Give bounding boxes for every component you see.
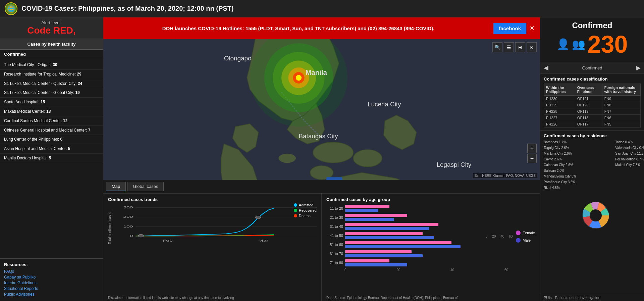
facility-item: Santa Ana Hospital: 15 (0, 98, 103, 107)
facility-item: St. Luke's Medical Center - Quezon City:… (0, 79, 103, 89)
residence-section: Confirmed cases by residence Batangas 1.… (540, 131, 644, 294)
map-list-button[interactable]: ☰ (504, 42, 514, 52)
residence-label-left: Caloocan City 2.6% (544, 163, 576, 167)
svg-point-51 (256, 216, 261, 219)
residence-label-left: Batangas 1.7% (544, 140, 576, 144)
table-row[interactable]: PH226OF117FN5 (544, 121, 641, 128)
map-search-button[interactable]: 🔍 (492, 42, 502, 52)
of-cell[interactable]: OF121 (575, 96, 602, 102)
app-logo: 🌐 (5, 2, 17, 15)
male-bar (345, 245, 461, 248)
trend-chart-title: Confirmed cases trends (108, 197, 317, 202)
map-layers-button[interactable]: ⊞ (515, 42, 525, 52)
age-bar-wrap (345, 223, 478, 230)
nav-prev-button[interactable]: ◀ (544, 64, 548, 71)
female-legend: Female (516, 231, 535, 235)
zoom-out-button[interactable]: − (527, 154, 537, 163)
male-bar (345, 263, 407, 266)
age-legend: Female Male (516, 205, 535, 268)
resources-section: Resources: FAQsGabay sa PublikoInterim G… (0, 258, 103, 301)
ph-cell[interactable]: PH229 (544, 102, 575, 108)
age-label: 61 to 70 (326, 252, 343, 256)
tab-global-cases[interactable]: Global cases (127, 182, 164, 191)
zoom-in-button[interactable]: + (527, 144, 537, 153)
fn-cell[interactable]: FN5 (602, 121, 640, 128)
ph-cell[interactable]: PH230 (544, 96, 575, 102)
residence-labels-left: Batangas 1.7%Taguig City 2.6%Marikina Ci… (544, 140, 576, 290)
notification-close-icon[interactable]: ✕ (530, 24, 535, 32)
fn-cell[interactable]: FN9 (602, 96, 640, 102)
age-row: 11 to 20 (326, 205, 478, 212)
residence-pie-chart (579, 199, 612, 232)
svg-text:300: 300 (123, 205, 133, 209)
of-cell[interactable]: OF120 (575, 102, 602, 108)
notification-bar: DOH launches COVID-19 Hotlines: 1555 (PL… (103, 17, 540, 39)
resource-link[interactable]: Gabay sa Publiko (4, 275, 99, 280)
svg-text:Feb: Feb (163, 239, 173, 242)
age-bar-wrap (345, 250, 478, 257)
confirmed-label-sidebar: Confirmed (0, 50, 103, 59)
male-label: Male (523, 238, 531, 242)
of-cell[interactable]: OF118 (575, 115, 602, 121)
female-bar (345, 205, 389, 208)
facility-item: Research Institute for Tropical Medicine… (0, 70, 103, 79)
ph-cell[interactable]: PH227 (544, 115, 575, 121)
map-container: Tarlac Angeles City Olongapo Manila Luce… (103, 39, 540, 180)
fn-cell[interactable]: FN8 (602, 102, 640, 108)
resource-link[interactable]: FAQs (4, 269, 99, 274)
female-bar (345, 214, 407, 217)
map-attribution: Esri, HERE, Garmin, FAO, NOAA, USGS (473, 173, 537, 178)
female-bar (345, 223, 438, 226)
map-qr-button[interactable]: ⊠ (527, 42, 537, 52)
resource-link[interactable]: Public Advisories (4, 292, 99, 297)
trend-chart-svg: 300 200 100 0 Feb Mar (114, 205, 317, 245)
fn-cell[interactable]: FN7 (602, 108, 640, 115)
col-header-ph: Within the Philippines (544, 84, 575, 96)
alert-value: Code RED, (4, 25, 99, 36)
residence-label-left: Parañaque City 3.5% (544, 180, 576, 184)
bottom-charts: Confirmed cases trends Total confirmed c… (103, 194, 540, 301)
facebook-button[interactable]: facebook (493, 23, 526, 34)
resource-link[interactable]: Situational Reports (4, 286, 99, 291)
table-row[interactable]: PH227OF118FN6 (544, 115, 641, 121)
residence-label-right: Tarlac 0.4% (615, 140, 644, 144)
nav-label: Confirmed (582, 65, 602, 70)
legend-recovered: Recovered (294, 208, 317, 212)
ph-cell[interactable]: PH226 (544, 121, 575, 128)
female-label: Female (523, 231, 535, 235)
male-legend: Male (516, 238, 535, 243)
tab-map[interactable]: Map (106, 182, 126, 191)
sidebar: Alert level: Code RED, Cases by health f… (0, 17, 103, 301)
ph-cell[interactable]: PH228 (544, 108, 575, 115)
age-row: 41 to 50 (326, 232, 478, 239)
facility-item: Cardinal Santos Medical Center: 12 (0, 116, 103, 126)
residence-label-right: Valenzuela City 0.4% (615, 146, 644, 150)
male-bar (345, 227, 429, 230)
main-layout: Alert level: Code RED, Cases by health f… (0, 17, 644, 301)
table-row[interactable]: PH229OF120FN8 (544, 102, 641, 108)
svg-text:100: 100 (123, 224, 133, 228)
legend-deaths: Deaths (294, 214, 317, 218)
table-row[interactable]: PH230OF121FN9 (544, 96, 641, 102)
residence-label-right: San Juan City 11.7% (615, 152, 644, 155)
fn-cell[interactable]: FN6 (602, 115, 640, 121)
of-cell[interactable]: OF119 (575, 108, 602, 115)
trend-chart-panel: Confirmed cases trends Total confirmed c… (103, 194, 322, 301)
residence-title: Confirmed cases by residence (544, 133, 641, 138)
trend-y-axis-label: Total confirmed cases (108, 205, 112, 252)
table-row[interactable]: PH228OF119FN7 (544, 108, 641, 115)
classification-tbody: PH230OF121FN9PH229OF120FN8PH228OF119FN7P… (544, 96, 641, 128)
of-cell[interactable]: OF117 (575, 121, 602, 128)
map-toolbar: 🔍 ☰ ⊞ ⊠ (492, 42, 537, 52)
cases-facility-header: Cases by health facility (0, 39, 103, 50)
resource-link[interactable]: Interim Guidelines (4, 281, 99, 285)
app-title: COVID-19 Cases: Philippines, as of March… (21, 5, 233, 12)
notification-text: DOH launches COVID-19 Hotlines: 1555 (PL… (109, 26, 488, 31)
svg-point-20 (296, 75, 302, 81)
col-header-of: Overseas Filipinos (575, 84, 602, 96)
nav-next-button[interactable]: ▶ (636, 64, 641, 71)
svg-text:Legaspi City: Legaspi City (437, 161, 472, 168)
age-chart-title: Confirmed cases by age group (326, 197, 535, 202)
admitted-dot (294, 203, 297, 207)
age-bar-wrap (345, 214, 478, 221)
